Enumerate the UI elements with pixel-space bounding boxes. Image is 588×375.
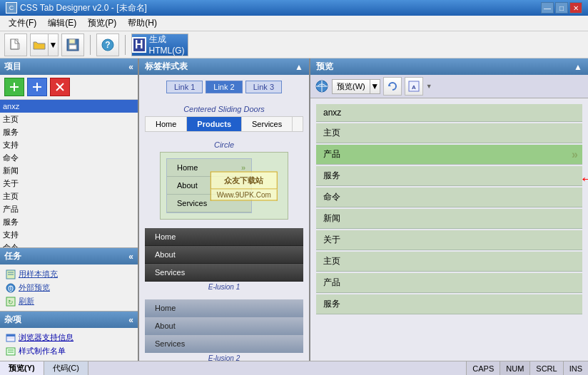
style-content: Link 1 Link 2 Link 3 Centered Sliding Do…: [139, 75, 309, 361]
preview-header: 预览 ▲: [310, 58, 588, 75]
title-bar: C CSS Tab Designer v2.0 - [未命名] — □ ✕: [0, 0, 588, 16]
toolbar: ▼ ? H 生成 HTML(G): [0, 31, 588, 58]
preview-item-services1[interactable]: 服务: [316, 166, 582, 186]
refresh-preview-button[interactable]: [383, 77, 402, 96]
preview-item-about[interactable]: 关于: [316, 230, 582, 250]
nav-products[interactable]: Products: [187, 117, 242, 131]
svg-text:?: ?: [105, 40, 110, 50]
menu-bar: 文件(F) 编辑(E) 预览(P) 帮助(H): [0, 16, 588, 31]
list-item[interactable]: 支持: [0, 138, 138, 151]
style-tabs-section: Link 1 Link 2 Link 3: [145, 81, 303, 96]
circle-nav-about[interactable]: About: [167, 177, 251, 195]
left-panel: 项目 « anxz 主页 服务 支持 命令 新闻 关于 主页 产品 服务 支持: [0, 58, 139, 361]
preview-item-home2[interactable]: 主页: [316, 252, 582, 272]
circle-nav-services[interactable]: Services: [167, 195, 251, 212]
ins-label: INS: [569, 364, 582, 373]
save-button[interactable]: [61, 34, 84, 56]
preview-item-products[interactable]: 产品 »: [316, 145, 582, 165]
misc-style-list[interactable]: 样式制作名单: [6, 344, 132, 358]
preview-drop-btn[interactable]: ▼: [370, 79, 380, 94]
list-item[interactable]: 命令: [0, 241, 138, 247]
add-green-button[interactable]: [4, 78, 24, 96]
caps-indicator: CAPS: [466, 361, 500, 375]
right-panel: 预览 ▲ 预览(W) ▼ A ▼ anxz 主页: [310, 58, 588, 361]
main-content: 项目 « anxz 主页 服务 支持 命令 新闻 关于 主页 产品 服务 支持: [0, 58, 588, 361]
preview-btn-label: 预览(W): [337, 81, 365, 92]
nav-home[interactable]: Home: [146, 117, 187, 131]
elusion1-home[interactable]: Home: [145, 228, 303, 246]
menu-help[interactable]: 帮助(H): [122, 16, 163, 31]
link2-tab[interactable]: Link 2: [206, 81, 242, 93]
misc-items: 浏览器支持信息 样式制作名单: [0, 328, 138, 361]
elusion2-services[interactable]: Services: [145, 335, 303, 353]
task-expand-icon[interactable]: «: [128, 252, 133, 262]
svg-rect-23: [6, 348, 15, 355]
misc-expand-icon[interactable]: «: [128, 315, 133, 325]
minimize-button[interactable]: —: [541, 2, 554, 14]
menu-preview[interactable]: 预览(P): [82, 16, 122, 31]
list-item[interactable]: anxz: [0, 100, 138, 113]
elusion1-label: E-lusion 1: [208, 283, 240, 291]
task-refresh[interactable]: ↻ 刷新: [6, 294, 132, 308]
preview-item-anxz[interactable]: anxz: [316, 104, 582, 122]
maximize-button[interactable]: □: [555, 2, 568, 14]
projects-expand-icon[interactable]: «: [128, 62, 133, 72]
projects-title: 项目: [4, 61, 21, 73]
code-view-button[interactable]: A: [405, 77, 423, 96]
style-expand-icon[interactable]: ▲: [295, 62, 303, 72]
elusion2-demo: Home About Services: [145, 299, 303, 353]
preview-expand-icon[interactable]: ▲: [574, 62, 582, 72]
toolbar-dropdown-icon[interactable]: ▼: [426, 83, 432, 90]
close-button[interactable]: ✕: [569, 2, 582, 14]
preview-item-news[interactable]: 新闻: [316, 209, 582, 229]
scrl-indicator: SCRL: [529, 361, 562, 375]
list-item[interactable]: 支持: [0, 228, 138, 241]
help-button[interactable]: ?: [96, 34, 119, 56]
list-item[interactable]: 主页: [0, 113, 138, 125]
link3-tab[interactable]: Link 3: [245, 81, 282, 93]
task-preview[interactable]: 外部预览: [6, 281, 132, 294]
preview-item-services2[interactable]: 服务: [316, 294, 582, 314]
elusion2-about[interactable]: About: [145, 317, 303, 335]
elusion1-demo: Home About Services: [145, 228, 303, 282]
list-item[interactable]: 服务: [0, 215, 138, 228]
preview-dropdown[interactable]: 预览(W) ▼: [332, 79, 380, 94]
task-header: 任务 «: [0, 248, 138, 264]
bottom-bar: 预览(Y) 代码(C) CAPS NUM SCRL INS: [0, 361, 588, 375]
new-button[interactable]: [4, 34, 27, 56]
elusion2-label: E-lusion 2: [208, 354, 240, 361]
nav-services[interactable]: Services: [242, 117, 293, 131]
list-item[interactable]: 新闻: [0, 164, 138, 177]
elusion1-services[interactable]: Services: [145, 264, 303, 282]
preview-item-products2[interactable]: 产品: [316, 273, 582, 293]
preview-list: anxz 主页 产品 » 服务 命令 新闻 关于 主页 产品 服务: [316, 104, 582, 314]
elusion1-about[interactable]: About: [145, 246, 303, 264]
list-item[interactable]: 主页: [0, 190, 138, 202]
misc-browser[interactable]: 浏览器支持信息: [6, 331, 132, 344]
preview-item-command[interactable]: 命令: [316, 188, 582, 207]
elusion2-home[interactable]: Home: [145, 299, 303, 317]
list-item[interactable]: 服务: [0, 125, 138, 138]
circle-nav-home[interactable]: Home: [167, 159, 251, 177]
title-bar-text: CSS Tab Designer v2.0 - [未命名]: [20, 2, 541, 14]
link1-tab[interactable]: Link 1: [166, 81, 203, 93]
add-blue-button[interactable]: [27, 78, 47, 96]
list-item[interactable]: 产品: [0, 202, 138, 215]
tab-code[interactable]: 代码(C): [44, 361, 88, 375]
ins-indicator: INS: [563, 361, 588, 375]
svg-rect-21: [6, 334, 15, 337]
preview-item-home1[interactable]: 主页: [316, 123, 582, 143]
open-button[interactable]: ▼: [30, 34, 59, 56]
list-item[interactable]: 关于: [0, 177, 138, 190]
style-table-title: 标签样式表: [145, 61, 188, 73]
generate-button[interactable]: H 生成 HTML(G): [131, 34, 188, 56]
preview-main-btn[interactable]: 预览(W): [332, 79, 370, 94]
window-controls: — □ ✕: [541, 2, 582, 14]
menu-edit[interactable]: 编辑(E): [42, 16, 82, 31]
menu-file[interactable]: 文件(F): [3, 16, 42, 31]
middle-panel: 标签样式表 ▲ Link 1 Link 2 Link 3 Centered Sl…: [139, 58, 310, 361]
list-item[interactable]: 命令: [0, 151, 138, 164]
remove-button[interactable]: [50, 78, 70, 96]
tab-preview[interactable]: 预览(Y): [0, 361, 44, 375]
task-fill[interactable]: 用样本填充: [6, 267, 132, 281]
